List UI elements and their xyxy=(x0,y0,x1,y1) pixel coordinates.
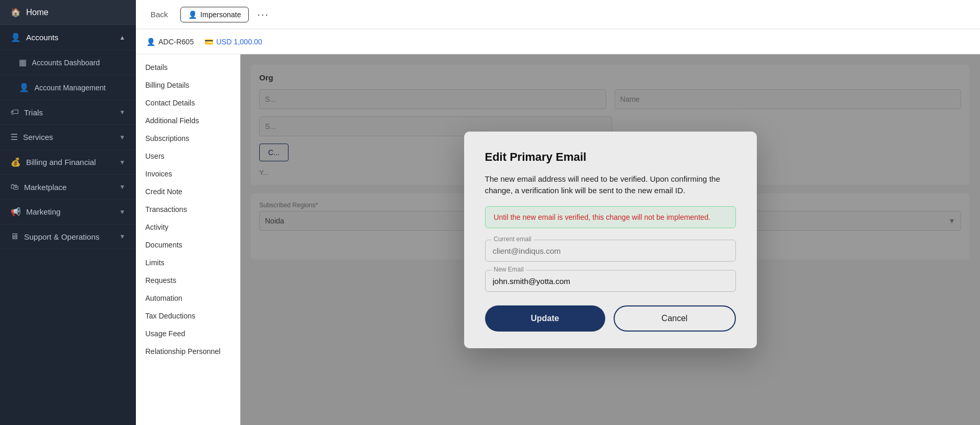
chevron-down-icon: ▼ xyxy=(119,159,125,166)
nav-users[interactable]: Users xyxy=(136,147,240,165)
cancel-button[interactable]: Cancel xyxy=(614,305,736,332)
left-nav: Details Billing Details Contact Details … xyxy=(136,54,240,425)
wallet-icon: 💳 xyxy=(204,38,213,46)
chevron-down-icon: ▼ xyxy=(119,109,125,116)
person-icon: 👤 xyxy=(188,10,197,19)
update-button[interactable]: Update xyxy=(485,305,605,332)
modal-alert: Until the new email is verified, this ch… xyxy=(485,206,736,228)
nav-transactions[interactable]: Transactions xyxy=(136,200,240,218)
nav-limits[interactable]: Limits xyxy=(136,254,240,271)
content-area: Details Billing Details Contact Details … xyxy=(136,54,980,425)
nav-subscriptions[interactable]: Subscriptions xyxy=(136,129,240,147)
chevron-down-icon: ▼ xyxy=(119,233,125,240)
nav-relationship-personnel[interactable]: Relationship Personnel xyxy=(136,343,240,360)
new-email-input[interactable] xyxy=(493,277,728,286)
marketplace-icon: 🛍 xyxy=(10,182,19,192)
current-email-input[interactable] xyxy=(493,246,728,255)
billing-icon: 💰 xyxy=(10,157,21,167)
nav-activity[interactable]: Activity xyxy=(136,218,240,236)
nav-tax-deductions[interactable]: Tax Deductions xyxy=(136,307,240,325)
nav-usage-feed[interactable]: Usage Feed xyxy=(136,325,240,343)
modal-title: Edit Primary Email xyxy=(485,150,736,164)
nav-billing-details[interactable]: Billing Details xyxy=(136,76,240,94)
sidebar-item-home[interactable]: 🏠 Home xyxy=(0,0,136,25)
impersonate-button[interactable]: 👤 Impersonate xyxy=(180,7,249,22)
sidebar-item-marketing[interactable]: 📢 Marketing ▼ xyxy=(0,199,136,225)
page-body: Org S... Name S... C... Y... Subscribed xyxy=(240,54,980,425)
current-email-field: Current email xyxy=(485,240,736,262)
sidebar-item-support[interactable]: 🖥 Support & Operations ▼ xyxy=(0,225,136,249)
trials-icon: 🏷 xyxy=(10,108,19,117)
dashboard-icon: ▦ xyxy=(19,57,27,67)
modal-overlay: Edit Primary Email The new email address… xyxy=(240,54,980,425)
sidebar-item-accounts[interactable]: 👤 Accounts ▲ xyxy=(0,25,136,50)
sidebar-item-account-management[interactable]: 👤 Account Management xyxy=(0,75,136,100)
nav-invoices[interactable]: Invoices xyxy=(136,165,240,183)
chevron-down-icon: ▼ xyxy=(119,183,125,191)
account-balance: 💳 USD 1,000.00 xyxy=(204,38,262,46)
chevron-down-icon: ▼ xyxy=(119,134,125,141)
modal-actions: Update Cancel xyxy=(485,305,736,332)
nav-details[interactable]: Details xyxy=(136,58,240,76)
marketing-icon: 📢 xyxy=(10,207,21,217)
account-icon: 👤 xyxy=(146,38,155,46)
sidebar-item-trials[interactable]: 🏷 Trials ▼ xyxy=(0,100,136,125)
sidebar-item-services[interactable]: ☰ Services ▼ xyxy=(0,125,136,150)
current-email-label: Current email xyxy=(492,235,534,243)
accounts-icon: 👤 xyxy=(10,32,21,42)
new-email-field: New Email xyxy=(485,270,736,292)
nav-contact-details[interactable]: Contact Details xyxy=(136,94,240,112)
chevron-down-icon: ▼ xyxy=(119,208,125,216)
back-button[interactable]: Back xyxy=(146,8,172,21)
support-icon: 🖥 xyxy=(10,232,19,241)
main-content: Back 👤 Impersonate ··· 👤 ADC-R605 💳 USD … xyxy=(136,0,980,425)
sidebar: 🏠 Home 👤 Accounts ▲ ▦ Accounts Dashboard… xyxy=(0,0,136,425)
nav-documents[interactable]: Documents xyxy=(136,236,240,254)
more-options-button[interactable]: ··· xyxy=(257,8,269,20)
nav-requests[interactable]: Requests xyxy=(136,271,240,289)
sidebar-item-marketplace[interactable]: 🛍 Marketplace ▼ xyxy=(0,175,136,199)
chevron-up-icon: ▲ xyxy=(119,34,125,41)
nav-automation[interactable]: Automation xyxy=(136,289,240,307)
account-mgmt-icon: 👤 xyxy=(19,82,29,92)
new-email-label: New Email xyxy=(492,266,526,273)
account-bar: 👤 ADC-R605 💳 USD 1,000.00 xyxy=(136,29,980,54)
nav-credit-note[interactable]: Credit Note xyxy=(136,183,240,200)
sidebar-item-billing[interactable]: 💰 Billing and Financial ▼ xyxy=(0,150,136,175)
sidebar-item-accounts-dashboard[interactable]: ▦ Accounts Dashboard xyxy=(0,50,136,75)
modal-description: The new email address will need to be ve… xyxy=(485,173,736,197)
home-icon: 🏠 xyxy=(10,7,21,17)
edit-primary-email-modal: Edit Primary Email The new email address… xyxy=(464,132,757,348)
account-id: 👤 ADC-R605 xyxy=(146,38,194,46)
topbar: Back 👤 Impersonate ··· xyxy=(136,0,980,29)
services-icon: ☰ xyxy=(10,132,18,142)
nav-additional-fields[interactable]: Additional Fields xyxy=(136,112,240,129)
